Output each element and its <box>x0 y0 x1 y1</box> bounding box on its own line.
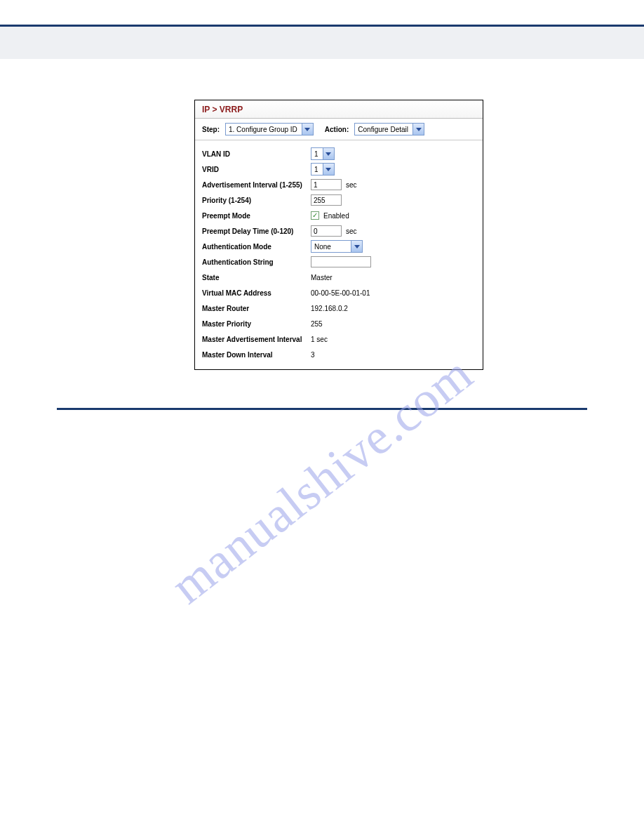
vmac-label: Virtual MAC Address <box>202 289 311 297</box>
preempt-delay-unit: sec <box>346 227 357 235</box>
chevron-down-icon <box>351 241 362 252</box>
master-down-label: Master Down Interval <box>202 351 311 359</box>
row-master-adv: Master Advertisement Interval 1 sec <box>202 331 476 347</box>
step-label: Step: <box>202 126 220 133</box>
state-value: Master <box>311 274 333 282</box>
master-adv-label: Master Advertisement Interval <box>202 336 311 343</box>
row-auth-string: Authentication String <box>202 254 476 270</box>
watermark: manualshive.com <box>160 345 484 616</box>
action-select[interactable]: Configure Detail <box>354 123 424 135</box>
panel-breadcrumb: IP > VRRP <box>195 100 483 119</box>
row-preempt-mode: Preempt Mode Enabled <box>202 208 476 223</box>
row-priority: Priority (1-254) <box>202 192 476 208</box>
preempt-mode-label: Preempt Mode <box>202 212 311 220</box>
row-adv-interval: Advertisement Interval (1-255) sec <box>202 177 476 192</box>
auth-string-input[interactable] <box>311 256 371 267</box>
vrid-value: 1 <box>311 166 323 173</box>
vrid-label: VRID <box>202 166 311 173</box>
action-label: Action: <box>325 126 349 133</box>
chevron-down-icon <box>412 124 424 135</box>
row-master-router: Master Router 192.168.0.2 <box>202 300 476 316</box>
top-bar <box>0 0 644 27</box>
adv-interval-label: Advertisement Interval (1-255) <box>202 181 311 189</box>
vlan-id-select[interactable]: 1 <box>311 147 335 160</box>
chevron-down-icon <box>302 124 313 135</box>
priority-input[interactable] <box>311 194 342 206</box>
page-content: manualshive.com IP > VRRP Step: 1. Confi… <box>0 59 644 410</box>
header-band <box>0 27 644 59</box>
row-master-down: Master Down Interval 3 <box>202 347 476 362</box>
chevron-down-icon <box>323 164 334 175</box>
chevron-down-icon <box>323 148 334 159</box>
step-select-value: 1. Configure Group ID <box>226 126 302 133</box>
adv-interval-input[interactable] <box>311 179 342 190</box>
form-body: VLAN ID 1 VRID 1 Adverti <box>195 140 483 369</box>
auth-mode-label: Authentication Mode <box>202 243 311 251</box>
auth-mode-value: None <box>311 243 351 251</box>
vmac-value: 00-00-5E-00-01-01 <box>311 289 370 297</box>
adv-interval-unit: sec <box>346 181 357 189</box>
row-preempt-delay: Preempt Delay Time (0-120) sec <box>202 223 476 239</box>
section-divider <box>57 408 587 410</box>
vrrp-panel: IP > VRRP Step: 1. Configure Group ID Ac… <box>194 100 483 370</box>
row-master-priority: Master Priority 255 <box>202 316 476 331</box>
state-label: State <box>202 274 311 282</box>
master-router-value: 192.168.0.2 <box>311 305 348 312</box>
preempt-enabled-text: Enabled <box>323 212 349 220</box>
row-vmac: Virtual MAC Address 00-00-5E-00-01-01 <box>202 285 476 300</box>
master-priority-label: Master Priority <box>202 320 311 328</box>
row-state: State Master <box>202 270 476 285</box>
row-vrid: VRID 1 <box>202 161 476 177</box>
preempt-delay-input[interactable] <box>311 225 342 237</box>
step-select[interactable]: 1. Configure Group ID <box>225 123 314 135</box>
step-action-row: Step: 1. Configure Group ID Action: Conf… <box>195 119 483 140</box>
action-select-value: Configure Detail <box>355 126 412 133</box>
vrid-select[interactable]: 1 <box>311 163 335 176</box>
auth-mode-select[interactable]: None <box>311 240 363 253</box>
vlan-id-value: 1 <box>311 150 323 158</box>
master-down-value: 3 <box>311 351 315 359</box>
row-auth-mode: Authentication Mode None <box>202 239 476 254</box>
preempt-delay-label: Preempt Delay Time (0-120) <box>202 227 311 235</box>
preempt-checkbox[interactable] <box>311 211 319 220</box>
row-vlan-id: VLAN ID 1 <box>202 146 476 161</box>
auth-string-label: Authentication String <box>202 258 311 266</box>
master-adv-value: 1 sec <box>311 336 328 343</box>
master-priority-value: 255 <box>311 320 323 328</box>
master-router-label: Master Router <box>202 305 311 312</box>
priority-label: Priority (1-254) <box>202 197 311 204</box>
vlan-id-label: VLAN ID <box>202 150 311 158</box>
